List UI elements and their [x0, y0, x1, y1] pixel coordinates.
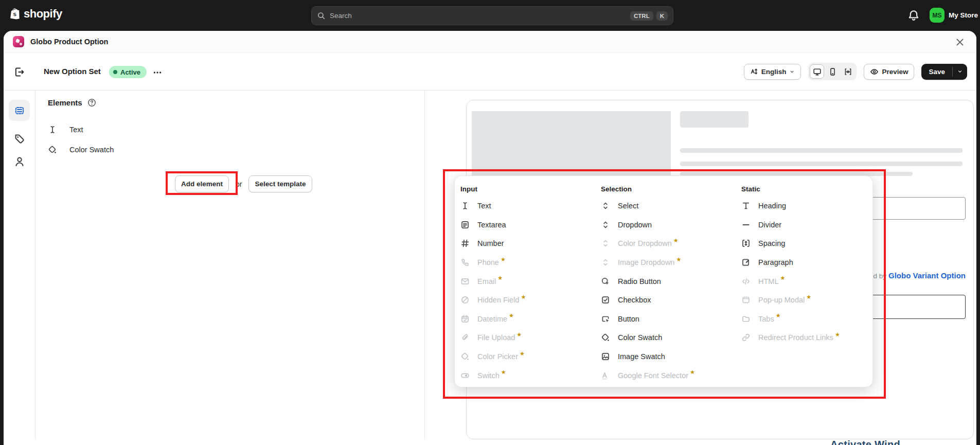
popup-item-label: Textarea — [477, 221, 506, 229]
elements-list: TextColor Swatch — [35, 119, 424, 159]
popup-item-heading[interactable]: Heading — [741, 197, 868, 216]
search-input[interactable] — [330, 12, 627, 20]
clip-icon — [460, 333, 470, 342]
hash-icon — [460, 239, 470, 248]
popup-item-label: Text — [477, 202, 491, 210]
element-row-text[interactable]: Text — [35, 119, 424, 139]
popup-column-input: InputTextTextareaNumberPhone★Email★Hidde… — [460, 184, 601, 387]
popup-column-static: StaticHeadingDividerSpacingParagraphHTML… — [741, 184, 868, 387]
popup-item-text[interactable]: Text — [460, 197, 601, 216]
shopify-bag-icon: S — [9, 8, 21, 20]
spacing-icon — [741, 239, 751, 248]
premium-star-icon: ★ — [676, 256, 681, 263]
popup-item-label: Google Font Selector — [618, 371, 688, 380]
premium-star-icon: ★ — [673, 237, 679, 244]
popup-item-spacing[interactable]: Spacing — [741, 234, 868, 253]
popup-item-phone: Phone★ — [460, 253, 601, 272]
select-template-button[interactable]: Select template — [248, 175, 312, 192]
option-set-title: New Option Set — [44, 67, 101, 76]
powered-by-note: ered byGlobo Variant Option — [863, 271, 966, 280]
popup-item-color-swatch[interactable]: Color Swatch — [601, 328, 741, 347]
popup-item-label: Paragraph — [758, 258, 793, 266]
popup-item-dropdown[interactable]: Dropdown — [601, 216, 741, 235]
popup-item-paragraph[interactable]: Paragraph — [741, 253, 868, 272]
popup-item-image-swatch[interactable]: Image Swatch — [601, 347, 741, 366]
customer-icon[interactable] — [14, 156, 25, 167]
mobile-view-button[interactable] — [825, 64, 840, 79]
premium-star-icon: ★ — [516, 331, 522, 338]
hidden-icon — [460, 295, 470, 305]
popup-item-label: Checkbox — [618, 296, 651, 304]
popup-item-button[interactable]: Button — [601, 310, 741, 329]
textarea-icon — [460, 220, 470, 229]
popup-item-label: Color Dropdown — [618, 239, 672, 247]
shortcut-k-key: K — [656, 11, 668, 21]
save-button[interactable]: Save — [921, 64, 952, 80]
popup-item-redirect-product-links: Redirect Product Links★ — [741, 328, 868, 347]
popup-item-label: Dropdown — [618, 221, 652, 229]
popup-column-title: Selection — [601, 184, 741, 195]
popup-item-label: Phone — [477, 258, 499, 266]
popup-item-label: File Upload — [477, 333, 515, 342]
popup-item-color-dropdown: Color Dropdown★ — [601, 234, 741, 253]
popup-item-color-picker: Color Picker★ — [460, 347, 601, 366]
nav-elements-tab[interactable] — [9, 100, 30, 121]
close-icon[interactable] — [955, 37, 965, 47]
premium-star-icon: ★ — [501, 256, 506, 263]
popup-item-label: Datetime — [477, 315, 507, 323]
datetime-icon — [460, 314, 470, 324]
updown-icon — [601, 239, 610, 248]
popup-item-google-font-selector: Google Font Selector★ — [601, 366, 741, 385]
popup-item-label: Hidden Field — [477, 296, 519, 304]
popup-item-textarea[interactable]: Textarea — [460, 216, 601, 235]
popup-item-datetime: Datetime★ — [460, 310, 601, 329]
popup-item-checkbox[interactable]: Checkbox — [601, 291, 741, 310]
language-label: English — [761, 68, 787, 76]
save-dropdown-button[interactable] — [953, 64, 967, 80]
clipped-watermark-text: Activate Wind — [830, 439, 900, 445]
status-badge: Active — [109, 66, 147, 78]
element-label: Text — [69, 126, 83, 134]
preview-button[interactable]: Preview — [864, 64, 914, 80]
popup-item-divider[interactable]: Divider — [741, 216, 868, 235]
shopify-wordmark: shopify — [24, 7, 62, 21]
chevron-down-icon — [789, 69, 795, 75]
full-width-view-button[interactable] — [841, 64, 855, 79]
popup-item-hidden-field: Hidden Field★ — [460, 291, 601, 310]
exit-editor-icon[interactable] — [14, 66, 25, 78]
popup-item-radio-button[interactable]: Radio Button — [601, 272, 741, 291]
desktop-view-button[interactable] — [810, 64, 824, 79]
help-icon[interactable] — [87, 98, 96, 107]
more-actions-button[interactable] — [150, 67, 165, 78]
mobile-icon — [828, 67, 837, 76]
popup-item-select[interactable]: Select — [601, 197, 741, 216]
notifications-bell-icon[interactable] — [907, 9, 920, 22]
shopify-topbar: S shopify CTRL K MS My Store — [0, 0, 980, 31]
premium-star-icon: ★ — [780, 275, 785, 281]
add-element-button[interactable]: Add element — [175, 175, 229, 192]
popup-item-html: HTML★ — [741, 272, 868, 291]
status-label: Active — [120, 68, 140, 76]
checkbox-icon — [601, 295, 610, 305]
element-label: Color Swatch — [69, 146, 114, 154]
global-search[interactable]: CTRL K — [311, 6, 673, 25]
imgswatch-icon — [601, 352, 610, 361]
tag-icon[interactable] — [14, 133, 25, 145]
globo-variant-option-link[interactable]: Globo Variant Option — [888, 271, 966, 280]
store-avatar: MS — [930, 8, 945, 23]
btncursor-icon — [601, 314, 610, 324]
elements-panel: Elements TextColor Swatch — [35, 91, 425, 439]
popup-item-label: Image Swatch — [618, 352, 665, 361]
html-icon — [741, 277, 751, 286]
popup-item-tabs: Tabs★ — [741, 310, 868, 329]
text-line-skeleton — [680, 162, 963, 166]
svg-text:S: S — [13, 12, 16, 17]
language-selector-button[interactable]: English — [744, 64, 801, 80]
popup-item-label: Radio Button — [618, 277, 661, 286]
status-dot — [113, 70, 117, 74]
account-menu[interactable]: MS My Store — [930, 8, 978, 23]
switch-icon — [460, 371, 470, 380]
popup-item-number[interactable]: Number — [460, 234, 601, 253]
shopify-logo: S shopify — [9, 7, 62, 21]
element-row-color-swatch[interactable]: Color Swatch — [35, 139, 424, 159]
